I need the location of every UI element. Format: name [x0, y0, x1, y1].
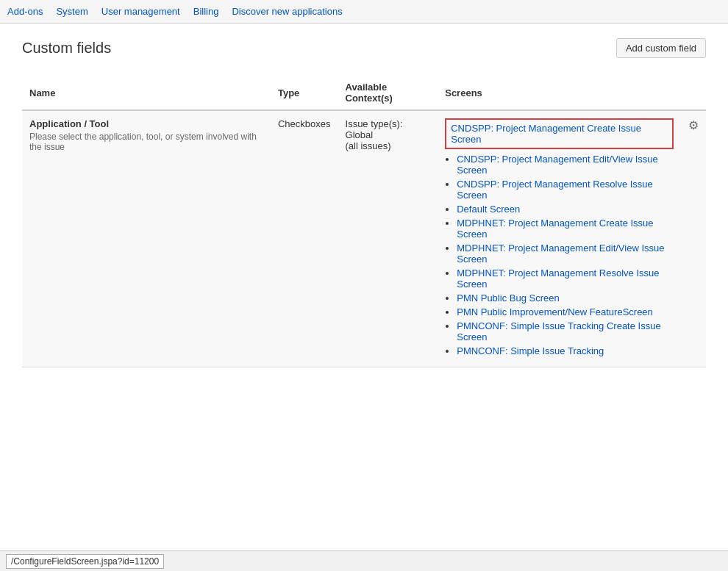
field-name: Application / Tool: [29, 118, 263, 129]
table-header-row: Name Type Available Context(s) Screens: [22, 76, 706, 110]
field-screens-cell: CNDSPP: Project Management Create Issue …: [438, 110, 681, 367]
main-content: Custom fields Add custom field Name Type…: [0, 24, 728, 382]
screen-link[interactable]: MDPHNET: Project Management Create Issue…: [457, 218, 653, 240]
add-custom-field-button[interactable]: Add custom field: [616, 38, 706, 58]
field-context-cell: Issue type(s):Global(all issues): [338, 110, 438, 367]
nav-system[interactable]: System: [56, 6, 88, 17]
custom-fields-table: Name Type Available Context(s) Screens A…: [22, 76, 706, 367]
list-item: PMN Public Improvement/New FeatureScreen: [457, 306, 674, 317]
col-header-context: Available Context(s): [338, 76, 438, 110]
field-type: Checkboxes: [278, 118, 331, 129]
field-actions-cell: ⚙: [681, 110, 706, 367]
screen-link[interactable]: CNDSPP: Project Management Edit/View Iss…: [457, 154, 658, 176]
field-name-cell: Application / Tool Please select the app…: [22, 110, 271, 367]
list-item: MDPHNET: Project Management Create Issue…: [457, 218, 674, 240]
screen-link[interactable]: PMN Public Improvement/New FeatureScreen: [457, 306, 653, 317]
list-item: CNDSPP: Project Management Resolve Issue…: [457, 179, 674, 201]
screen-link[interactable]: PMNCONF: Simple Issue Tracking: [457, 345, 604, 356]
page-header: Custom fields Add custom field: [22, 38, 706, 58]
nav-bar: Add-ons System User management Billing D…: [0, 0, 728, 24]
field-type-cell: Checkboxes: [271, 110, 338, 367]
table-row: Application / Tool Please select the app…: [22, 110, 706, 367]
col-header-actions: [681, 76, 706, 110]
highlighted-screen: CNDSPP: Project Management Create Issue …: [445, 118, 674, 149]
list-item: PMN Public Bug Screen: [457, 292, 674, 304]
nav-addons[interactable]: Add-ons: [7, 6, 43, 17]
screens-list: CNDSPP: Project Management Edit/View Iss…: [445, 154, 674, 356]
nav-user-management[interactable]: User management: [101, 6, 180, 17]
field-description: Please select the application, tool, or …: [29, 132, 263, 152]
list-item: MDPHNET: Project Management Resolve Issu…: [457, 267, 674, 290]
list-item: MDPHNET: Project Management Edit/View Is…: [457, 243, 674, 265]
list-item: CNDSPP: Project Management Edit/View Iss…: [457, 154, 674, 176]
screen-link[interactable]: MDPHNET: Project Management Resolve Issu…: [457, 267, 659, 290]
screen-link[interactable]: MDPHNET: Project Management Edit/View Is…: [457, 243, 664, 265]
list-item: Default Screen: [457, 204, 674, 215]
page-title: Custom fields: [22, 40, 111, 57]
col-header-screens: Screens: [438, 76, 681, 110]
col-header-name: Name: [22, 76, 271, 110]
screen-link[interactable]: CNDSPP: Project Management Resolve Issue…: [457, 179, 653, 201]
col-header-type: Type: [271, 76, 338, 110]
gear-icon[interactable]: ⚙: [688, 119, 699, 132]
list-item: PMNCONF: Simple Issue Tracking Create Is…: [457, 320, 674, 342]
nav-discover-apps[interactable]: Discover new applications: [232, 6, 342, 17]
field-context: Issue type(s):Global(all issues): [346, 118, 403, 151]
screen-link[interactable]: Default Screen: [457, 204, 520, 215]
screen-link[interactable]: PMNCONF: Simple Issue Tracking Create Is…: [457, 320, 660, 342]
highlighted-screen-link[interactable]: CNDSPP: Project Management Create Issue …: [451, 123, 641, 145]
list-item: PMNCONF: Simple Issue Tracking: [457, 345, 674, 356]
screen-link[interactable]: PMN Public Bug Screen: [457, 292, 559, 304]
nav-billing[interactable]: Billing: [193, 6, 219, 17]
